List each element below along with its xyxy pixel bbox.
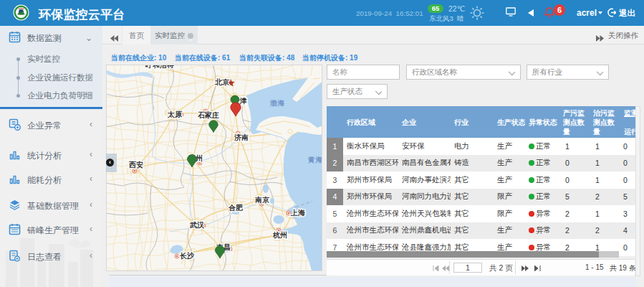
svg-text:呼和浩特: 呼和浩特 — [145, 65, 174, 69]
svg-text:上海: 上海 — [290, 209, 305, 217]
svg-text:太原: 太原 — [167, 110, 183, 118]
svg-text:西安: 西安 — [128, 161, 143, 169]
svg-text:杭州: 杭州 — [272, 231, 287, 239]
svg-text:合肥: 合肥 — [228, 204, 243, 212]
svg-text:南京: 南京 — [255, 196, 270, 204]
svg-text:武汉: 武汉 — [189, 221, 205, 229]
svg-text:济南: 济南 — [234, 133, 249, 141]
svg-text:石家庄: 石家庄 — [197, 111, 219, 119]
svg-text:渤海: 渤海 — [269, 99, 285, 107]
svg-text:长沙: 长沙 — [179, 252, 195, 260]
svg-text:北京: 北京 — [214, 78, 230, 86]
svg-text:黄海: 黄海 — [307, 156, 322, 164]
